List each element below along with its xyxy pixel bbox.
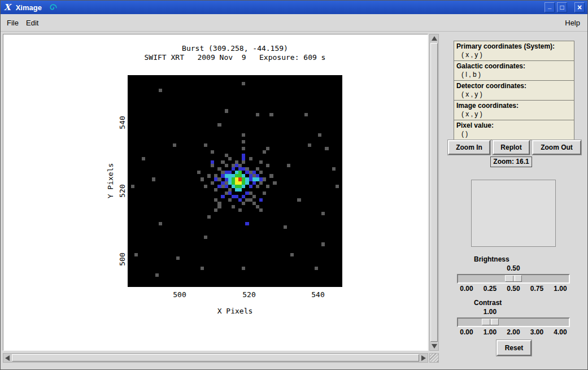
image-pixel [221, 195, 224, 198]
image-pixel [242, 147, 245, 150]
image-pixel [214, 188, 217, 191]
image-pixel [318, 133, 321, 137]
titlebar[interactable]: X Ximage _ □ × [1, 1, 587, 14]
image-pixel [266, 185, 269, 188]
x-axis-label: X Pixels [128, 307, 342, 315]
image-pixel [204, 236, 207, 239]
x-tick-label: 500 [173, 290, 186, 299]
image-pixel [225, 109, 228, 112]
close-button[interactable]: × [574, 2, 585, 12]
image-pixel [242, 195, 245, 198]
image-pixel [134, 253, 138, 256]
brightness-slider-handle[interactable] [505, 275, 522, 282]
image-pixel [304, 113, 308, 116]
image-pixel [207, 174, 211, 177]
y-axis-label: Y Pixels [106, 163, 115, 199]
image-pixel [266, 164, 269, 167]
coord-value: ( l , b ) [456, 71, 573, 79]
image-pixel [269, 113, 273, 116]
scroll-right-icon[interactable] [421, 355, 426, 361]
image-pixel [284, 225, 287, 229]
image-pixel [321, 242, 325, 246]
image-pixel [211, 150, 214, 154]
tick-label: 1.00 [554, 285, 567, 293]
image-pixel [259, 208, 263, 212]
image-pixel [242, 154, 245, 157]
resize-grip[interactable] [429, 353, 439, 363]
image-pixel [211, 181, 214, 185]
image-pixel [297, 198, 300, 202]
horizontal-scrollbar[interactable] [3, 353, 428, 363]
tick-label: 0.00 [460, 328, 473, 336]
contrast-slider-handle[interactable] [482, 319, 499, 325]
image-pixel [290, 253, 294, 256]
image-pixel [238, 188, 242, 191]
plot-title: Burst (309.258, -44.159) [105, 44, 365, 53]
image-pixel [217, 123, 221, 127]
image-pixel [245, 181, 249, 185]
replot-button[interactable]: Replot [493, 140, 530, 155]
image-pixel [173, 143, 176, 147]
image-pixel [263, 150, 266, 154]
image-plot[interactable] [128, 75, 342, 287]
image-pixel [249, 157, 252, 160]
zoom-in-button[interactable]: Zoom In [448, 140, 490, 155]
image-pixel [266, 147, 269, 150]
image-pixel [225, 174, 228, 177]
coord-row-image: Image coordinates: ( x , y ) [454, 100, 574, 120]
tick-label: 1.00 [484, 328, 496, 336]
x-tick-label: 540 [311, 290, 324, 299]
menubar: File Edit Help [1, 14, 587, 32]
brightness-slider[interactable] [457, 274, 570, 284]
window-controls: _ □ × [542, 2, 585, 12]
image-pixel [259, 160, 263, 164]
pan-overview-box[interactable] [471, 180, 556, 247]
close-icon: × [577, 3, 582, 11]
menu-file[interactable]: File [3, 14, 23, 32]
tick-label: 0.00 [460, 285, 473, 293]
image-pixel [242, 133, 245, 137]
image-pixel [238, 208, 242, 212]
vertical-scroll-thumb[interactable] [430, 43, 438, 342]
image-pixel [269, 174, 273, 177]
coord-label: Image coordinates: [456, 102, 573, 110]
horizontal-scroll-thumb[interactable] [12, 354, 419, 362]
scroll-down-icon[interactable] [432, 344, 437, 349]
image-pixel [225, 164, 228, 167]
image-pixel [259, 181, 263, 185]
menu-edit[interactable]: Edit [22, 14, 42, 32]
image-pixel [336, 185, 339, 188]
image-pixel [142, 157, 145, 160]
menu-help[interactable]: Help [561, 14, 584, 32]
image-pixel [235, 188, 238, 191]
coord-label: Pixel value: [456, 121, 573, 129]
image-pixel [249, 185, 252, 188]
image-pixel [155, 273, 159, 277]
zoom-level-label: Zoom: 16.1 [490, 156, 532, 167]
image-pixel [238, 181, 242, 185]
scroll-left-icon[interactable] [5, 355, 10, 361]
plot-canvas[interactable]: Burst (309.258, -44.159) SWIFT XRT 2009 … [3, 34, 428, 351]
image-pixel [176, 256, 180, 260]
x11-logo-icon: X [4, 3, 11, 12]
image-pixel [242, 185, 245, 188]
contrast-ticks: 0.001.002.003.004.00 [457, 328, 570, 336]
image-pixel [259, 171, 263, 174]
zoom-out-button[interactable]: Zoom Out [532, 140, 581, 155]
scroll-up-icon[interactable] [432, 36, 437, 41]
reset-button[interactable]: Reset [496, 340, 532, 356]
maximize-button[interactable]: □ [557, 2, 567, 12]
plot-subtitle: SWIFT XRT 2009 Nov 9 Exposure: 609 s [105, 53, 365, 62]
image-pixel [238, 177, 242, 181]
vertical-scrollbar[interactable] [429, 34, 439, 351]
brightness-ticks: 0.000.250.500.751.00 [457, 285, 570, 293]
contrast-value: 1.00 [484, 308, 496, 316]
image-pixel [214, 208, 217, 212]
window-title: Ximage [16, 3, 42, 12]
tick-label: 4.00 [554, 328, 567, 336]
image-pixel [256, 113, 259, 116]
image-pixel [204, 143, 207, 147]
image-pixel [321, 212, 325, 215]
contrast-slider[interactable] [457, 317, 570, 327]
minimize-button[interactable]: _ [545, 2, 555, 12]
